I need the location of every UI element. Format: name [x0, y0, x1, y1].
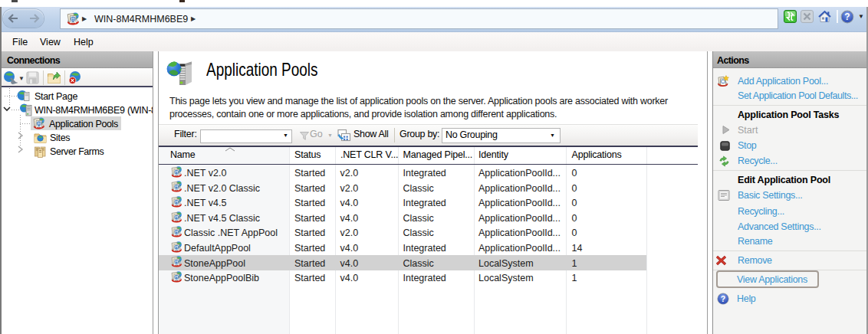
svg-text:?: ?: [844, 11, 850, 22]
svg-text:?: ?: [721, 294, 725, 303]
